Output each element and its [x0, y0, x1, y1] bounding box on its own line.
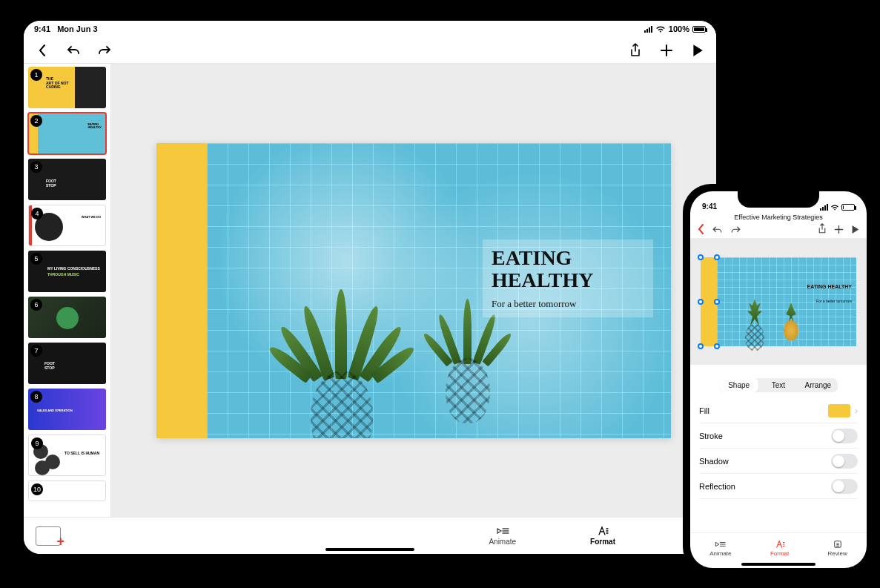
home-indicator[interactable]	[741, 563, 816, 566]
home-indicator[interactable]	[325, 548, 414, 551]
tab-review[interactable]: Review	[828, 540, 847, 557]
status-right: 100%	[644, 24, 706, 33]
pineapple-image	[431, 305, 505, 423]
selection-handle[interactable]	[714, 299, 720, 305]
play-button[interactable]	[851, 224, 859, 237]
phone-time: 9:41	[702, 202, 717, 211]
pineapple-image	[290, 297, 394, 438]
thumbnail-6[interactable]: 6	[28, 297, 106, 338]
thumb-label: THROUGH MUSIC	[47, 273, 79, 277]
battery-text: 100%	[669, 24, 689, 33]
stroke-toggle[interactable]	[831, 429, 858, 443]
add-button[interactable]	[834, 224, 844, 237]
selection-handle[interactable]	[698, 299, 704, 305]
thumb-number: 10	[31, 483, 43, 495]
tab-animate[interactable]: Animate	[489, 526, 516, 546]
wifi-icon	[830, 204, 839, 211]
selection-handle[interactable]	[714, 343, 720, 349]
iphone-screen: 9:41 Effective Marketing Strategies	[690, 191, 867, 568]
thumb-number: 4	[31, 208, 43, 219]
phone-current-slide[interactable]: EATING HEALTHY For a better tomorrow	[701, 257, 856, 346]
share-button[interactable]	[627, 42, 644, 59]
pineapple-image	[738, 299, 772, 351]
prop-shadow[interactable]: Shadow	[699, 449, 858, 474]
tab-animate[interactable]: Animate	[709, 540, 731, 557]
prop-label: Stroke	[699, 432, 723, 440]
thumbnail-3[interactable]: 3 FOOT STOP	[28, 159, 106, 200]
thumbnail-2[interactable]: 2 EATING HEALTHY	[28, 113, 106, 154]
add-button[interactable]	[658, 42, 675, 59]
thumbnail-1[interactable]: 1 THE ART OF NOT CARING	[28, 67, 106, 108]
slide-navigator[interactable]: 1 THE ART OF NOT CARING 2 EATING HEALTHY…	[24, 64, 111, 517]
selection-handle[interactable]	[714, 254, 720, 260]
redo-button[interactable]	[730, 224, 741, 237]
play-button[interactable]	[689, 42, 706, 59]
chevron-right-icon: ›	[855, 406, 858, 416]
battery-icon	[841, 204, 855, 211]
back-button[interactable]	[698, 224, 704, 237]
undo-button[interactable]	[65, 42, 82, 59]
bottom-toolbar: Animate Format R	[24, 517, 716, 554]
segment-text[interactable]: Text	[758, 378, 798, 392]
selection-handle[interactable]	[698, 254, 704, 260]
top-toolbar	[24, 37, 716, 64]
thumbnail-5[interactable]: 5 MY LIVING CONSCIOUSNESS THROUGH MUSIC	[28, 251, 106, 292]
share-button[interactable]	[818, 223, 827, 237]
current-slide[interactable]: EATING HEALTHY For a better tomorrow	[156, 143, 671, 438]
prop-stroke[interactable]: Stroke	[699, 423, 858, 449]
phone-slide-canvas[interactable]: EATING HEALTHY For a better tomorrow	[690, 239, 867, 365]
thumbnail-4[interactable]: 4 WHAT WE DO	[28, 205, 106, 246]
status-left: 9:41 Mon Jun 3	[34, 24, 98, 33]
prop-fill[interactable]: Fill ›	[699, 398, 858, 423]
notch	[738, 191, 819, 208]
document-title: Effective Marketing Strategies	[690, 212, 867, 222]
segment-arrange[interactable]: Arrange	[798, 378, 838, 392]
thumbnail-8[interactable]: 8 SALES AND OPERATION	[28, 389, 106, 430]
phone-bottom-tabs: Animate Format Review	[690, 532, 867, 568]
tab-format[interactable]: Format	[590, 526, 615, 546]
thumbnail-10[interactable]: 10	[28, 480, 106, 501]
format-icon	[597, 526, 609, 536]
thumbnail-7[interactable]: 7 FOOT STOP	[28, 343, 106, 384]
tab-label: Format	[590, 538, 615, 546]
tab-format[interactable]: Format	[770, 540, 789, 557]
selection-handle[interactable]	[698, 343, 704, 349]
iphone-device: 9:41 Effective Marketing Strategies	[683, 184, 874, 575]
segment-shape[interactable]: Shape	[719, 378, 758, 392]
shadow-toggle[interactable]	[831, 454, 858, 469]
prop-reflection[interactable]: Reflection	[699, 474, 858, 499]
add-slide-button[interactable]	[36, 526, 61, 546]
thumb-number: 2	[30, 115, 42, 127]
slide-heading: EATING HEALTHY	[807, 284, 852, 289]
thumb-number: 1	[30, 69, 42, 81]
redo-button[interactable]	[96, 42, 113, 59]
thumb-number: 7	[30, 345, 42, 357]
review-icon	[833, 540, 842, 549]
fill-color-swatch[interactable]	[828, 404, 850, 417]
thumb-label: MY LIVING CONSCIOUSNESS	[47, 267, 100, 271]
slide-text-box[interactable]: EATING HEALTHY For a better tomorrow	[483, 240, 653, 318]
thumb-label: TO SELL IS HUMAN	[64, 452, 99, 456]
undo-button[interactable]	[712, 224, 723, 237]
status-date: Mon Jun 3	[57, 24, 97, 33]
thumbnail-9[interactable]: 9 TO SELL IS HUMAN	[28, 435, 106, 476]
prop-label: Shadow	[699, 457, 729, 466]
thumb-label: FOOT STOP	[44, 362, 55, 370]
reflection-toggle[interactable]	[831, 479, 858, 494]
animate-icon	[715, 540, 726, 549]
slide-accent-bar[interactable]	[156, 143, 207, 438]
thumb-label: SALES AND OPERATION	[37, 409, 73, 412]
slide-canvas[interactable]: EATING HEALTHY For a better tomorrow	[111, 64, 716, 517]
wifi-icon	[655, 25, 666, 33]
back-button[interactable]	[34, 42, 50, 59]
thumb-label: FOOT STOP	[46, 179, 56, 188]
status-bar: 9:41 Mon Jun 3 100%	[24, 21, 716, 37]
thumb-number: 5	[30, 253, 42, 265]
tab-label: Review	[828, 550, 847, 557]
animate-icon	[496, 526, 509, 536]
thumb-number: 3	[30, 161, 42, 173]
format-segment-control[interactable]: Shape Text Arrange	[719, 378, 838, 392]
ipad-screen: 9:41 Mon Jun 3 100%	[24, 21, 716, 554]
thumb-label: THE ART OF NOT CARING	[46, 77, 69, 90]
tab-label: Animate	[709, 550, 731, 557]
